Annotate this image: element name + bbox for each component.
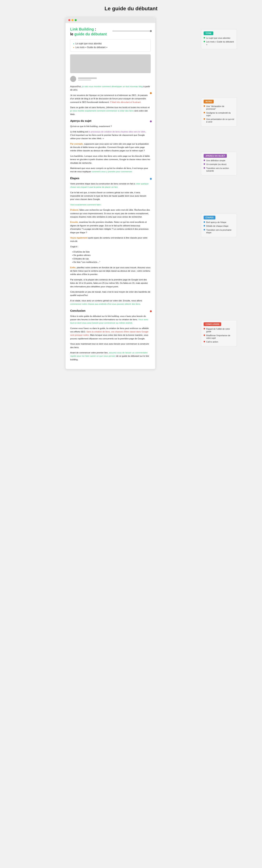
- etapes-list-intro: S'agit-il :: [70, 245, 151, 248]
- apercu-ex-label: Par exemple,: [70, 143, 84, 145]
- conclusion-heading: Conclusion: [70, 308, 151, 313]
- titre-item-text-2: Les mots « Guide du débutant »: [206, 40, 234, 46]
- annotation-etapes-item-1: Bref aperçu de l'étape: [204, 221, 234, 223]
- conclusion-link-2[interactable]: assurez-vous de laisser un commentaire r…: [70, 351, 147, 357]
- conclusion-item-text-2: Réaffirmer l'importance de votre sujet: [206, 334, 234, 340]
- etapes-step2: Ensuite, examinez les dix premiers résul…: [70, 220, 151, 234]
- article-title: Link Building : le guide du débutant: [70, 27, 151, 36]
- etapes-p3: Par exemple, si la plupart des contenus …: [70, 278, 151, 288]
- article-image: [70, 55, 151, 73]
- annotation-conclusion-item-2: Réaffirmer l'importance de votre sujet: [204, 334, 234, 340]
- annotation-apercu-item-3: Transition vers la section suivante: [204, 167, 234, 172]
- etapes-list: D'articles de liste De guides ultimes D'…: [72, 250, 151, 264]
- annotation-apercu: APERÇU DU SUJET Une définition simple Un…: [201, 152, 237, 175]
- apercu-dot-2: [204, 163, 205, 165]
- connector-dot-conclusion: [150, 310, 152, 312]
- author-row: [70, 76, 151, 82]
- etapes-dot-2: [204, 225, 205, 226]
- annotation-conclusion-item-1: Rappel de l'utilité de votre guide: [204, 328, 234, 333]
- intro-item-text-2: Soulignez la complexité du sujet: [206, 112, 234, 117]
- apercu-dot-1: [204, 160, 205, 161]
- apercu-link-1[interactable]: le processus de création de liens d'autr…: [89, 131, 145, 133]
- intro-dot-3: [204, 118, 205, 120]
- conclusion-p4: Avant de commencer votre premier lien, a…: [70, 351, 151, 361]
- apercu-heading: Aperçu du sujet: [70, 119, 151, 123]
- etapes-enfin-label: Enfin,: [70, 267, 76, 269]
- connector-dot-etapes: [150, 178, 152, 180]
- intro-p2: Je me souviens de l'époque où j'ai comme…: [70, 94, 151, 104]
- conclusion-dot-3: [204, 341, 205, 342]
- list-item-3: D'études de cas: [72, 257, 151, 260]
- etapes-link-1[interactable]: créer quelque chose vers lequel il vaut …: [70, 183, 149, 188]
- toc-label-2: Les mots « Guide du débutant »: [76, 46, 108, 49]
- title-section: Link Building : le guide du débutant ● L…: [70, 27, 151, 52]
- annotation-titre-item-2: Les mots « Guide du débutant »: [204, 40, 234, 46]
- etapes-step1-label: D'abord,: [70, 209, 79, 211]
- intro-red-text: C'était très déroulant et frustrant.: [110, 101, 141, 103]
- list-item-2: De guides ultimes: [72, 253, 151, 257]
- apercu-p3: Les backlinks. Lorsque vous créez des li…: [70, 154, 151, 165]
- browser-dot-green: [75, 19, 77, 21]
- titre-dot-2: [204, 41, 205, 42]
- browser-bar: [65, 17, 155, 23]
- etapes-p2: Car le fait est que, à moins d'avoir un …: [70, 191, 151, 201]
- list-item-1: D'articles de liste: [72, 250, 151, 253]
- connector-line-titre: [113, 31, 152, 31]
- title-green: Link Building: [70, 27, 94, 31]
- annotation-apercu-item-1: Une définition simple: [204, 159, 234, 162]
- intro-p1: Aujourd'hui, je vais vous montrer commen…: [70, 85, 151, 92]
- apercu-item-text-3: Transition vers la section suivante: [206, 167, 234, 172]
- etapes-step3-label: Voyez également: [70, 237, 87, 239]
- apercu-p2: Par exemple, supposons que vous ayez sur…: [70, 142, 151, 152]
- annotation-conclusion-item-3: Call to action: [204, 340, 234, 343]
- conclusion-p1: Grâce à notre guide du débutant sur le l…: [70, 314, 151, 325]
- title-part2: le: [70, 32, 74, 36]
- browser-window: Link Building : le guide du débutant ● L…: [65, 17, 155, 369]
- toc-box: ● Le sujet que vous abordez ● Les mots «…: [70, 39, 151, 52]
- conclusion-item-text-1: Rappel de l'utilité de votre guide: [206, 328, 234, 333]
- etapes-how-link[interactable]: Voici exactement comment faire :: [70, 204, 102, 206]
- browser-content: Link Building : le guide du débutant ● L…: [65, 23, 155, 369]
- list-item-4: De liste "Les meilleur(e)s…": [72, 260, 151, 264]
- conclusion-section: Conclusion Grâce à notre guide du débuta…: [70, 308, 151, 362]
- intro-dot-1: [204, 105, 205, 107]
- browser-dot-yellow: [71, 19, 74, 21]
- annotation-intro-item-2: Soulignez la complexité du sujet: [204, 112, 234, 117]
- connector-dot-intro: [150, 92, 152, 94]
- etapes-step2-label: Ensuite,: [70, 221, 79, 223]
- intro-link-1[interactable]: je vais vous montrer comment développer …: [82, 85, 143, 88]
- toc-item-1: ● Le sujet que vous abordez: [73, 42, 148, 45]
- apercu-p4: Maintenant que vous avez compris ce qu'e…: [70, 166, 151, 174]
- etapes-link-2[interactable]: commencer notre chasse aux endroits d'où…: [70, 303, 141, 305]
- toc-dot-2: ●: [73, 46, 74, 49]
- intro-body: Aujourd'hui, je vais vous montrer commen…: [70, 85, 151, 116]
- toc-item-2: ● Les mots « Guide du débutant »: [73, 45, 148, 49]
- etapes-p5: À ce stade, vous avez un contenu génial …: [70, 299, 151, 306]
- author-name-bar: [78, 78, 97, 79]
- conclusion-p3: Vous avez maintenant tout ce dont vous a…: [70, 342, 151, 349]
- intro-link-2[interactable]: je vous montre exactement comment commen…: [70, 110, 134, 112]
- title-sep: :: [95, 27, 96, 31]
- etapes-dot-3: [204, 229, 205, 230]
- intro-item-text-1: Une "déclaration de promesse": [206, 105, 234, 111]
- annotation-etapes-label: ÉTAPES: [204, 216, 215, 219]
- browser-dot-red: [68, 19, 70, 21]
- apercu-p1: Le link building est le processus de cré…: [70, 130, 151, 140]
- etapes-how-label: Voici exactement comment faire :: [70, 203, 151, 206]
- annotation-apercu-item-2: Un exemple (ou deux): [204, 163, 234, 165]
- etapes-item-text-1: Bref aperçu de l'étape: [206, 221, 226, 223]
- connector-dot-apercu: [150, 121, 152, 122]
- annotation-titre-label: TITRE: [204, 31, 213, 35]
- author-date-bar: [78, 80, 91, 81]
- page-title: Le guide du débutant: [105, 4, 157, 13]
- annotation-conclusion-label: CONCLUSION: [204, 322, 221, 326]
- conclusion-link-1[interactable]: Vous avez tout ce dont vous avez besoin …: [70, 318, 148, 324]
- annotation-etapes: ÉTAPES Bref aperçu de l'étape Détails de…: [201, 214, 237, 237]
- titre-item-text-1: Le sujet que vous abordez: [206, 37, 230, 39]
- apercu-link-2[interactable]: comment vous y prendre pour commencer.: [92, 170, 133, 173]
- annotation-intro-item-3: Une présentation de ce qui est à venir: [204, 118, 234, 123]
- annotation-apercu-label: APERÇU DU SUJET: [204, 154, 227, 158]
- author-info: [78, 78, 97, 81]
- annotation-conclusion: CONCLUSION Rappel de l'utilité de votre …: [201, 320, 237, 346]
- annotation-etapes-item-3: Transition vers la prochaine étape: [204, 228, 234, 234]
